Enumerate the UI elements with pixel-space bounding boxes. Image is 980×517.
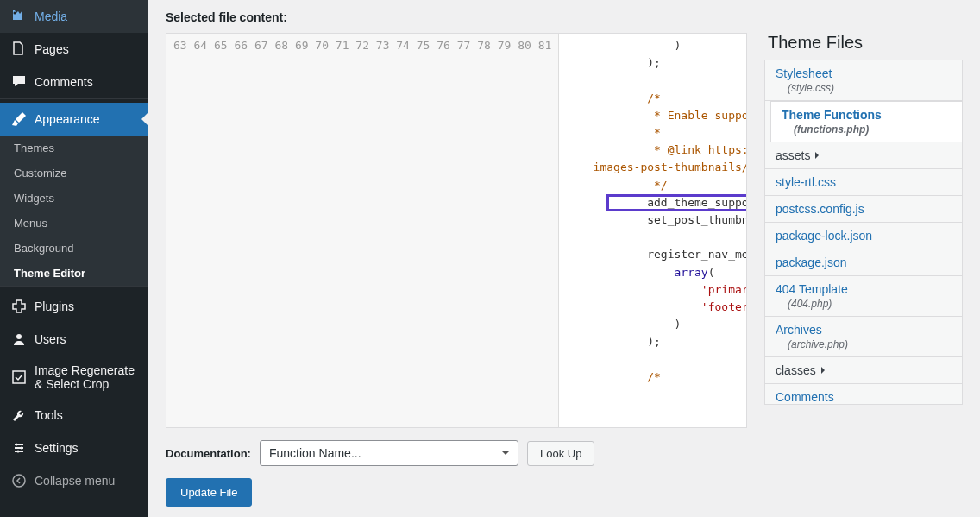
svg-point-4	[21, 447, 23, 450]
code-editor[interactable]: 63 64 65 66 67 68 69 70 71 72 73 74 75 7…	[166, 33, 747, 428]
code-body[interactable]: ) ); /* * Enable support for Post Thumbn…	[559, 34, 746, 427]
svg-rect-2	[13, 371, 25, 383]
content-heading: Selected file content:	[166, 10, 963, 24]
user-icon	[10, 331, 28, 348]
main-content: Selected file content: 63 64 65 66 67 68…	[148, 0, 980, 517]
collapse-icon	[10, 472, 28, 489]
settings-icon	[10, 439, 28, 457]
menu-pages[interactable]: Pages	[0, 33, 148, 66]
menu-plugins[interactable]: Plugins	[0, 290, 148, 323]
submenu-widgets[interactable]: Widgets	[0, 186, 148, 211]
svg-point-1	[16, 334, 22, 339]
file-postcss-config-js[interactable]: postcss.config.js	[765, 196, 962, 223]
plugin-icon	[10, 298, 28, 315]
file-assets[interactable]: assets	[765, 142, 962, 169]
submenu-theme-editor[interactable]: Theme Editor	[0, 261, 148, 286]
file-style-rtl-css[interactable]: style-rtl.css	[765, 169, 962, 196]
file-archives[interactable]: Archives(archive.php)	[765, 317, 962, 357]
theme-files-title: Theme Files	[764, 33, 963, 53]
file-theme-functions[interactable]: Theme Functions(functions.php)	[770, 101, 962, 142]
regen-icon	[10, 369, 28, 386]
documentation-label: Documentation:	[166, 447, 251, 460]
submenu-themes[interactable]: Themes	[0, 136, 148, 161]
menu-collapse-menu[interactable]: Collapse menu	[0, 464, 148, 497]
menu-image-regenerate-select-crop[interactable]: Image Regenerate & Select Crop	[0, 356, 148, 399]
file-404-template[interactable]: 404 Template(404.php)	[765, 276, 962, 317]
file-comments[interactable]: Comments	[765, 384, 962, 405]
submenu-menus[interactable]: Menus	[0, 211, 148, 236]
file-classes[interactable]: classes	[765, 357, 962, 384]
page-icon	[10, 41, 28, 58]
lookup-button[interactable]: Look Up	[527, 441, 594, 466]
menu-appearance[interactable]: Appearance	[0, 103, 148, 136]
menu-media[interactable]: Media	[0, 0, 148, 33]
svg-point-6	[13, 475, 25, 487]
theme-files-list[interactable]: Stylesheet(style.css)Theme Functions(fun…	[764, 60, 963, 405]
media-icon	[10, 8, 28, 25]
menu-tools[interactable]: Tools	[0, 399, 148, 432]
documentation-row: Documentation: Function Name... Look Up	[166, 440, 747, 466]
menu-users[interactable]: Users	[0, 323, 148, 356]
svg-point-0	[14, 12, 16, 15]
update-file-button[interactable]: Update File	[166, 478, 252, 507]
menu-comments[interactable]: Comments	[0, 66, 148, 98]
comment-icon	[10, 73, 28, 91]
brush-icon	[10, 110, 28, 128]
menu-settings[interactable]: Settings	[0, 432, 148, 464]
file-package-json[interactable]: package.json	[765, 249, 962, 276]
highlight-annotation	[606, 194, 746, 211]
submenu-background[interactable]: Background	[0, 236, 148, 261]
svg-point-3	[16, 444, 18, 446]
file-package-lock-json[interactable]: package-lock.json	[765, 223, 962, 249]
submenu-customize[interactable]: Customize	[0, 161, 148, 186]
tool-icon	[10, 407, 28, 424]
file-stylesheet[interactable]: Stylesheet(style.css)	[765, 60, 962, 101]
function-select[interactable]: Function Name...	[260, 440, 518, 466]
admin-sidebar: MediaPagesCommentsAppearanceThemesCustom…	[0, 0, 148, 517]
line-gutter: 63 64 65 66 67 68 69 70 71 72 73 74 75 7…	[166, 34, 559, 427]
svg-point-5	[17, 451, 20, 453]
